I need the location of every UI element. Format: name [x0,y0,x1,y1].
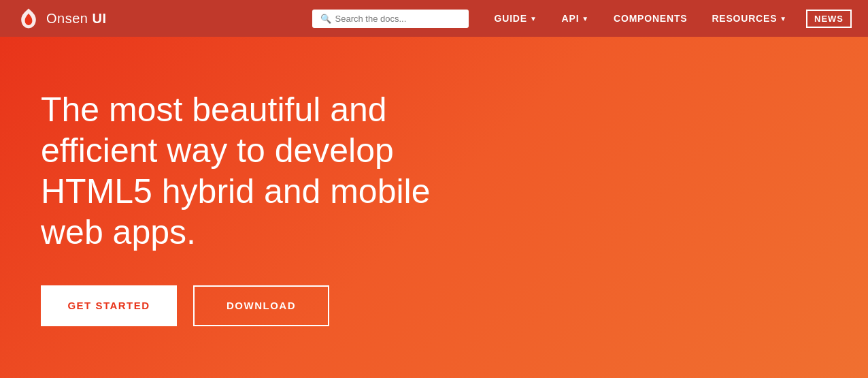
navbar: Onsen UI 🔍 GUIDE ▼ API ▼ COMPONENTS RESO… [0,0,868,37]
logo-link[interactable]: Onsen UI [16,6,106,31]
logo-text: Onsen UI [46,11,106,27]
hero-buttons: GET STARTED DOWNLOAD [41,285,827,326]
nav-item-resources[interactable]: RESOURCES ▼ [699,0,799,37]
search-icon: 🔍 [320,14,331,24]
guide-arrow-icon: ▼ [530,15,537,22]
api-arrow-icon: ▼ [582,15,589,22]
nav-item-api[interactable]: API ▼ [550,0,601,37]
nav-links: GUIDE ▼ API ▼ COMPONENTS RESOURCES ▼ NEW… [482,0,852,37]
search-input[interactable] [335,14,461,24]
hero-title: The most beautiful and efficient way to … [41,89,463,253]
onsen-logo-icon [16,6,41,31]
search-box: 🔍 [312,10,469,28]
news-badge[interactable]: NEWS [806,10,852,28]
nav-item-guide[interactable]: GUIDE ▼ [482,0,550,37]
hero-section: The most beautiful and efficient way to … [0,37,868,378]
resources-arrow-icon: ▼ [780,15,787,22]
download-button[interactable]: DOWNLOAD [193,285,329,326]
nav-item-components[interactable]: COMPONENTS [601,0,699,37]
get-started-button[interactable]: GET STARTED [41,285,177,326]
